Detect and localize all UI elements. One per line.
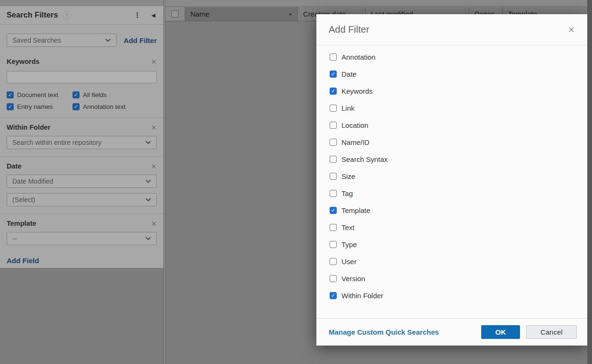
keyword-scope-label: All fields bbox=[83, 91, 107, 98]
keyword-scope-checkbox[interactable] bbox=[72, 91, 80, 98]
filter-option: Link bbox=[330, 99, 574, 116]
kebab-menu-icon[interactable]: ⋮ bbox=[132, 11, 143, 19]
template-section: Template ✕ -- bbox=[0, 213, 163, 252]
date-type-value: Date Modified bbox=[12, 178, 53, 185]
app-window: Search Filters ? ⋮ ◀ Saved Searches Add … bbox=[0, 0, 592, 364]
date-section: Date ✕ Date Modified (Select) bbox=[0, 156, 163, 213]
filter-option-label: Tag bbox=[341, 189, 353, 197]
filter-option: Keywords bbox=[330, 82, 574, 99]
collapse-panel-icon[interactable]: ◀ bbox=[152, 12, 155, 18]
keyword-scope-option: Document text bbox=[7, 91, 70, 98]
filter-option-label: Link bbox=[341, 104, 355, 112]
filter-option-checkbox[interactable] bbox=[330, 173, 337, 180]
keyword-scope-option: All fields bbox=[72, 91, 157, 98]
filter-option-checkbox[interactable] bbox=[330, 258, 337, 265]
filter-option-label: Date bbox=[341, 70, 357, 78]
add-filter-link[interactable]: Add Filter bbox=[124, 36, 157, 44]
filter-option-checkbox[interactable] bbox=[330, 207, 337, 214]
chevron-down-icon bbox=[145, 139, 151, 144]
date-range-select[interactable]: (Select) bbox=[7, 193, 157, 206]
filter-option-checkbox[interactable] bbox=[330, 241, 337, 248]
filter-option-checkbox[interactable] bbox=[330, 122, 337, 129]
add-filter-dialog: Add Filter ✕ AnnotationDateKeywordsLinkL… bbox=[316, 14, 587, 346]
keywords-section: Keywords ✕ Document textAll fieldsEntry … bbox=[0, 52, 163, 117]
filter-option-checkbox[interactable] bbox=[330, 88, 337, 95]
panel-title: Search Filters bbox=[7, 11, 58, 19]
keyword-scope-label: Document text bbox=[17, 91, 58, 98]
select-all-checkbox[interactable] bbox=[171, 10, 179, 18]
column-header-name[interactable]: Name ▲ bbox=[185, 7, 297, 21]
filter-option: Version bbox=[330, 270, 574, 287]
chevron-down-icon bbox=[105, 36, 110, 42]
dialog-title: Add Filter bbox=[329, 24, 369, 35]
template-value: -- bbox=[12, 235, 17, 242]
saved-searches-select[interactable]: Saved Searches bbox=[7, 34, 117, 47]
filter-option-checkbox[interactable] bbox=[330, 292, 337, 299]
manage-custom-quick-searches-link[interactable]: Manage Custom Quick Searches bbox=[329, 328, 439, 336]
select-all-cell bbox=[165, 7, 185, 21]
keywords-input[interactable] bbox=[7, 71, 157, 83]
filter-option-label: Within Folder bbox=[341, 292, 383, 300]
remove-date-filter-icon[interactable]: ✕ bbox=[151, 163, 157, 170]
filter-option-checkbox[interactable] bbox=[330, 105, 337, 112]
filter-option-label: Keywords bbox=[341, 87, 373, 95]
panel-divider[interactable] bbox=[163, 0, 165, 364]
date-section-title: Date bbox=[7, 162, 21, 170]
keyword-scope-label: Annotation text bbox=[83, 103, 126, 110]
filter-option: Search Syntax bbox=[330, 151, 574, 168]
remove-within-folder-filter-icon[interactable]: ✕ bbox=[151, 124, 157, 131]
ok-button[interactable]: OK bbox=[481, 325, 520, 339]
filter-option-label: Size bbox=[341, 172, 355, 180]
help-icon[interactable]: ? bbox=[63, 11, 71, 19]
top-strip bbox=[0, 0, 592, 6]
keyword-scope-option: Annotation text bbox=[72, 103, 157, 110]
dialog-footer: Manage Custom Quick Searches OK Cancel bbox=[316, 318, 587, 346]
filter-option: Name/ID bbox=[330, 133, 574, 151]
filter-option: Size bbox=[330, 168, 574, 185]
filter-option-label: Version bbox=[341, 275, 365, 283]
keyword-scope-checkbox[interactable] bbox=[72, 103, 80, 110]
filter-option-checkbox[interactable] bbox=[330, 156, 337, 163]
remove-keywords-filter-icon[interactable]: ✕ bbox=[151, 58, 157, 65]
filter-option-checkbox[interactable] bbox=[330, 224, 337, 231]
filter-option-checkbox[interactable] bbox=[330, 275, 337, 282]
remove-template-filter-icon[interactable]: ✕ bbox=[151, 220, 157, 227]
filter-option-checkbox[interactable] bbox=[330, 190, 337, 197]
filter-option: User bbox=[330, 253, 574, 270]
within-folder-select[interactable]: Search within entire repository bbox=[7, 136, 157, 149]
add-field-link[interactable]: Add Field bbox=[7, 257, 39, 265]
within-folder-value: Search within entire repository bbox=[12, 139, 101, 146]
filter-option-label: Location bbox=[341, 121, 368, 129]
keywords-checkbox-group: Document textAll fieldsEntry namesAnnota… bbox=[7, 91, 157, 110]
filter-option: Tag bbox=[330, 185, 574, 202]
keyword-scope-checkbox[interactable] bbox=[7, 103, 14, 110]
chevron-down-icon bbox=[145, 196, 151, 201]
filter-option-checkbox[interactable] bbox=[330, 53, 337, 61]
dialog-header: Add Filter ✕ bbox=[316, 14, 587, 45]
filter-option: Location bbox=[330, 116, 574, 133]
filter-option-label: Text bbox=[341, 223, 355, 231]
filter-option-checkbox[interactable] bbox=[330, 71, 337, 78]
within-folder-section-title: Within Folder bbox=[7, 124, 51, 131]
date-type-select[interactable]: Date Modified bbox=[7, 175, 157, 188]
saved-searches-value: Saved Searches bbox=[12, 36, 61, 44]
filter-option-label: Search Syntax bbox=[341, 155, 388, 163]
filter-option: Text bbox=[330, 219, 574, 236]
filter-option-label: User bbox=[341, 257, 357, 266]
keyword-scope-checkbox[interactable] bbox=[7, 91, 14, 98]
chevron-down-icon bbox=[145, 178, 151, 183]
filter-option-label: Annotation bbox=[341, 53, 376, 61]
sort-asc-icon: ▲ bbox=[288, 12, 292, 16]
keyword-scope-label: Entry names bbox=[17, 103, 53, 110]
filter-option: Annotation bbox=[330, 48, 574, 65]
filter-option: Template bbox=[330, 202, 574, 219]
date-range-value: (Select) bbox=[12, 196, 35, 204]
scrollbar-track[interactable] bbox=[587, 0, 592, 364]
filter-option-label: Template bbox=[341, 206, 370, 214]
template-select[interactable]: -- bbox=[7, 232, 157, 245]
filter-options-list: AnnotationDateKeywordsLinkLocationName/I… bbox=[316, 45, 587, 304]
cancel-button[interactable]: Cancel bbox=[526, 325, 577, 339]
template-section-title: Template bbox=[7, 220, 36, 227]
filter-option-checkbox[interactable] bbox=[330, 139, 337, 146]
close-icon[interactable]: ✕ bbox=[568, 26, 575, 34]
